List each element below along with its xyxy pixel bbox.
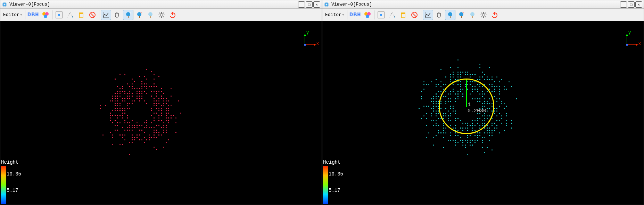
legend-max: 10.35 [7, 171, 21, 177]
toolbar: Editor ▾ DBH + T + [0, 9, 322, 21]
separator [347, 10, 347, 19]
svg-point-44 [380, 14, 382, 16]
close-button[interactable]: × [635, 1, 642, 8]
chevron-down-icon: ▾ [20, 13, 22, 17]
titlebar: Viewer-0[Focus] – □ × [0, 0, 322, 9]
svg-point-42 [366, 15, 369, 18]
svg-text:T: T [130, 11, 131, 14]
axis-y-label: y [306, 30, 309, 35]
profile-view-button[interactable] [423, 10, 433, 20]
svg-rect-53 [450, 16, 451, 18]
tree-t-icon: T [446, 11, 454, 19]
svg-rect-21 [150, 16, 151, 18]
cancel-button[interactable] [87, 10, 98, 20]
power-icon [491, 11, 498, 19]
settings-button[interactable] [156, 10, 167, 20]
viewer-pane-left: Viewer-0[Focus] – □ × Editor ▾ DBH + [0, 0, 322, 205]
pan-button[interactable] [112, 10, 122, 20]
colorbar [323, 166, 328, 204]
window-title: Viewer-0[Focus] [331, 2, 372, 7]
svg-point-60 [482, 14, 485, 16]
editor-dropdown[interactable]: Editor ▾ [324, 12, 346, 17]
svg-line-68 [485, 13, 486, 13]
color-cycle-button[interactable] [40, 10, 51, 20]
tree-add-button[interactable]: + [456, 10, 467, 20]
chart-icon [424, 11, 432, 19]
hand-icon [113, 11, 121, 19]
gear-icon [158, 11, 165, 19]
tree-light-button[interactable] [145, 10, 156, 20]
add-point-icon: + [66, 11, 74, 19]
point-cloud [98, 66, 188, 157]
svg-line-67 [481, 16, 482, 17]
axis-indicator: x y [624, 32, 640, 48]
power-button[interactable] [167, 10, 178, 20]
minimize-button[interactable]: – [620, 1, 627, 8]
svg-point-37 [304, 44, 306, 46]
trash-icon [77, 11, 85, 19]
maximize-button[interactable]: □ [628, 1, 635, 8]
svg-line-27 [159, 13, 160, 13]
height-legend: Height 10.35 5.17 0.00 [323, 159, 340, 204]
dbh-button[interactable]: DBH [349, 11, 362, 18]
svg-text:T: T [452, 11, 453, 14]
add-point-button[interactable]: + [387, 10, 397, 20]
svg-point-4 [44, 15, 47, 18]
app-icon [324, 2, 329, 7]
close-button[interactable]: × [313, 1, 320, 8]
legend-max: 10.35 [329, 171, 343, 177]
toolbar: Editor ▾ DBH + T + [322, 9, 644, 21]
minimize-button[interactable]: – [298, 1, 305, 8]
svg-point-38 [324, 3, 329, 6]
tree-light-button[interactable] [467, 10, 478, 20]
svg-text:+: + [394, 15, 396, 19]
svg-rect-56 [461, 16, 462, 18]
viewport-3d[interactable]: x y 1 0.2030 Height 10.35 5.17 0.00 [322, 21, 644, 205]
tree-measure-button[interactable]: T [123, 10, 133, 20]
editor-dropdown[interactable]: Editor ▾ [2, 12, 24, 17]
cancel-button[interactable] [409, 10, 420, 20]
separator [99, 10, 99, 19]
svg-text:+: + [72, 15, 74, 19]
legend-mid: 5.17 [7, 188, 21, 193]
trash-icon [399, 11, 407, 19]
svg-marker-72 [636, 44, 638, 46]
cancel-icon [89, 11, 96, 19]
tree-light-icon [469, 11, 476, 19]
axis-x-label: x [316, 41, 319, 46]
add-point-button[interactable]: + [65, 10, 75, 20]
titlebar: Viewer-0[Focus] – □ × [322, 0, 644, 9]
svg-point-0 [2, 3, 7, 6]
legend-title: Height [323, 159, 340, 165]
window-title: Viewer-0[Focus] [9, 2, 50, 7]
viewport-3d[interactable]: x y Height 10.35 5.17 0.00 [0, 21, 322, 205]
settings-button[interactable] [478, 10, 489, 20]
select-point-button[interactable] [376, 10, 386, 20]
svg-line-28 [163, 16, 164, 17]
tree-measure-button[interactable]: T [445, 10, 455, 20]
select-point-button[interactable] [54, 10, 64, 20]
svg-line-29 [159, 16, 160, 17]
dbh-fit-radius [466, 80, 467, 107]
tree-t-icon: T [124, 11, 132, 19]
svg-rect-47 [401, 13, 405, 14]
pan-button[interactable] [434, 10, 444, 20]
delete-button[interactable] [76, 10, 86, 20]
legend-mid: 5.17 [329, 188, 343, 193]
power-button[interactable] [489, 10, 500, 20]
maximize-button[interactable]: □ [306, 1, 313, 8]
axis-x-label: x [638, 41, 641, 46]
tree-add-button[interactable]: + [134, 10, 145, 20]
tree-plus-icon: + [457, 11, 465, 19]
svg-rect-59 [472, 16, 473, 18]
axis-y-label: y [628, 30, 631, 35]
color-cycle-button[interactable] [362, 10, 373, 20]
profile-view-button[interactable] [101, 10, 111, 20]
gear-icon [480, 11, 487, 19]
delete-button[interactable] [398, 10, 408, 20]
svg-rect-18 [139, 16, 140, 18]
svg-point-1 [3, 2, 6, 7]
dbh-id-label: 1 [468, 102, 471, 108]
dbh-button[interactable]: DBH [27, 11, 40, 18]
legend-min: 0.00 [329, 204, 343, 205]
